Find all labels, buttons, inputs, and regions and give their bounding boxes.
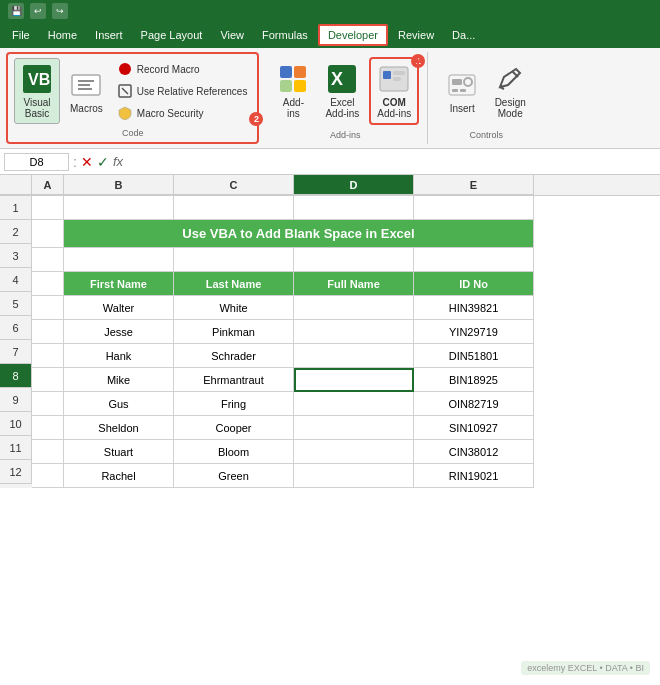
cell-b12[interactable]: Rachel [64,464,174,488]
cell-b2-title[interactable]: Use VBA to Add Blank Space in Excel [64,220,534,248]
row-header-6[interactable]: 6 [0,316,32,340]
cell-b3[interactable] [64,248,174,272]
row-header-4[interactable]: 4 [0,268,32,292]
cell-d11[interactable] [294,440,414,464]
cancel-formula-icon[interactable]: ✕ [81,154,93,170]
cell-a3[interactable] [32,248,64,272]
menu-formulas[interactable]: Formulas [254,26,316,44]
add-ins-button[interactable]: Add- ins [271,59,315,123]
cell-a5[interactable] [32,296,64,320]
cell-b11[interactable]: Stuart [64,440,174,464]
col-header-e[interactable]: E [414,175,534,195]
visual-basic-button[interactable]: VB Visual Basic [14,58,60,124]
cell-b1[interactable] [64,196,174,220]
cell-b9[interactable]: Gus [64,392,174,416]
menu-developer[interactable]: Developer [318,24,388,46]
col-header-c[interactable]: C [174,175,294,195]
cell-a6[interactable] [32,320,64,344]
cell-c10[interactable]: Cooper [174,416,294,440]
cell-e7[interactable]: DIN51801 [414,344,534,368]
cell-c6[interactable]: Pinkman [174,320,294,344]
cell-a8[interactable] [32,368,64,392]
cell-a10[interactable] [32,416,64,440]
cell-a9[interactable] [32,392,64,416]
function-icon[interactable]: fx [113,154,123,169]
cell-e4-header[interactable]: ID No [414,272,534,296]
menu-page-layout[interactable]: Page Layout [133,26,211,44]
excel-add-ins-button[interactable]: X Excel Add-ins [319,59,365,123]
cell-e9[interactable]: OIN82719 [414,392,534,416]
cell-c11[interactable]: Bloom [174,440,294,464]
row-header-12[interactable]: 12 [0,460,32,484]
cell-d12[interactable] [294,464,414,488]
row-header-5[interactable]: 5 [0,292,32,316]
cell-e8[interactable]: BIN18925 [414,368,534,392]
cell-c7[interactable]: Schrader [174,344,294,368]
menu-file[interactable]: File [4,26,38,44]
cell-b8[interactable]: Mike [64,368,174,392]
cell-d1[interactable] [294,196,414,220]
cell-b6[interactable]: Jesse [64,320,174,344]
menu-review[interactable]: Review [390,26,442,44]
cell-d7[interactable] [294,344,414,368]
menu-insert[interactable]: Insert [87,26,131,44]
cell-d4-header[interactable]: Full Name [294,272,414,296]
cell-d8[interactable] [294,368,414,392]
cell-e10[interactable]: SIN10927 [414,416,534,440]
row-header-9[interactable]: 9 [0,388,32,412]
insert-controls-button[interactable]: Insert [440,65,484,118]
cell-c12[interactable]: Green [174,464,294,488]
cell-a2[interactable] [32,220,64,248]
redo-icon[interactable]: ↪ [52,3,68,19]
cell-a12[interactable] [32,464,64,488]
menu-view[interactable]: View [212,26,252,44]
cell-a7[interactable] [32,344,64,368]
cell-c5[interactable]: White [174,296,294,320]
cell-c4-header[interactable]: Last Name [174,272,294,296]
cell-c8[interactable]: Ehrmantraut [174,368,294,392]
cell-b4-header[interactable]: First Name [64,272,174,296]
cell-c3[interactable] [174,248,294,272]
cell-c9[interactable]: Fring [174,392,294,416]
cell-b10[interactable]: Sheldon [64,416,174,440]
cell-d10[interactable] [294,416,414,440]
undo-icon[interactable]: ↩ [30,3,46,19]
cell-b5[interactable]: Walter [64,296,174,320]
row-header-11[interactable]: 11 [0,436,32,460]
macro-security-button[interactable]: Macro Security [113,103,252,123]
cell-c1[interactable] [174,196,294,220]
menu-more[interactable]: Da... [444,26,483,44]
cell-d9[interactable] [294,392,414,416]
confirm-formula-icon[interactable]: ✓ [97,154,109,170]
cell-reference-box[interactable]: D8 [4,153,69,171]
col-header-b[interactable]: B [64,175,174,195]
menu-home[interactable]: Home [40,26,85,44]
save-icon[interactable]: 💾 [8,3,24,19]
col-header-a[interactable]: A [32,175,64,195]
row-header-2[interactable]: 2 [0,220,32,244]
cell-e11[interactable]: CIN38012 [414,440,534,464]
cell-e6[interactable]: YIN29719 [414,320,534,344]
cell-a4[interactable] [32,272,64,296]
cell-e12[interactable]: RIN19021 [414,464,534,488]
record-macro-button[interactable]: Record Macro [113,59,252,79]
row-header-7[interactable]: 7 [0,340,32,364]
use-relative-button[interactable]: Use Relative References [113,81,252,101]
cell-d6[interactable] [294,320,414,344]
macros-button[interactable]: Macros [64,65,109,118]
row-header-10[interactable]: 10 [0,412,32,436]
cell-e3[interactable] [414,248,534,272]
col-header-d[interactable]: D [294,175,414,195]
design-mode-button[interactable]: Design Mode [488,59,532,123]
cell-a11[interactable] [32,440,64,464]
cell-d5[interactable] [294,296,414,320]
cell-e1[interactable] [414,196,534,220]
row-header-1[interactable]: 1 [0,196,32,220]
cell-e5[interactable]: HIN39821 [414,296,534,320]
cell-b7[interactable]: Hank [64,344,174,368]
com-add-ins-button[interactable]: COM Add-ins [369,57,419,125]
row-header-3[interactable]: 3 [0,244,32,268]
cell-d3[interactable] [294,248,414,272]
cell-a1[interactable] [32,196,64,220]
row-header-8[interactable]: 8 [0,364,32,388]
